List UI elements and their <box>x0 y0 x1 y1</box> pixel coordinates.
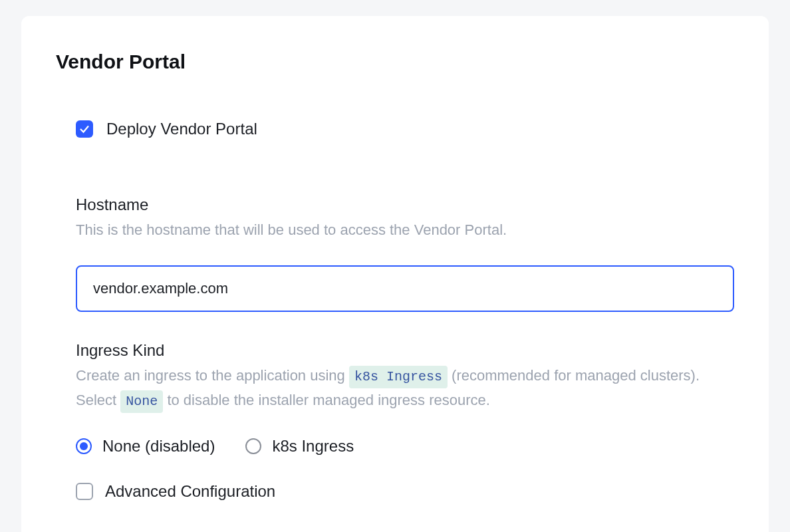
radio-inner-dot <box>80 442 88 450</box>
radio-option-k8s[interactable]: k8s Ingress <box>245 437 354 456</box>
ingress-help: Create an ingress to the application usi… <box>76 364 734 413</box>
advanced-option[interactable]: Advanced Configuration <box>76 482 734 501</box>
ingress-help-prefix: Create an ingress to the application usi… <box>76 367 349 384</box>
radio-selected-icon <box>76 438 92 454</box>
radio-label-none: None (disabled) <box>102 437 215 456</box>
radio-label-k8s: k8s Ingress <box>272 437 354 456</box>
radio-unselected-icon <box>245 438 261 454</box>
deploy-label: Deploy Vendor Portal <box>106 120 257 138</box>
checkbox-empty-icon <box>76 483 93 500</box>
page-title: Vendor Portal <box>56 51 734 73</box>
code-pill-none: None <box>120 390 163 413</box>
deploy-option[interactable]: Deploy Vendor Portal <box>76 120 734 138</box>
hostname-help: This is the hostname that will be used t… <box>76 218 734 241</box>
ingress-radio-group: None (disabled) k8s Ingress <box>76 437 734 456</box>
checkbox-checked-icon <box>76 120 93 138</box>
code-pill-k8s: k8s Ingress <box>349 366 448 388</box>
advanced-label: Advanced Configuration <box>105 482 275 501</box>
config-section: Deploy Vendor Portal Hostname This is th… <box>76 120 734 501</box>
ingress-field: Ingress Kind Create an ingress to the ap… <box>76 341 734 501</box>
hostname-field: Hostname This is the hostname that will … <box>76 196 734 312</box>
ingress-label: Ingress Kind <box>76 341 734 360</box>
ingress-help-suffix: to disable the installer managed ingress… <box>163 392 490 408</box>
hostname-label: Hostname <box>76 196 734 214</box>
radio-option-none[interactable]: None (disabled) <box>76 437 215 456</box>
hostname-input[interactable] <box>76 265 734 312</box>
config-card: Vendor Portal Deploy Vendor Portal Hostn… <box>21 16 769 532</box>
